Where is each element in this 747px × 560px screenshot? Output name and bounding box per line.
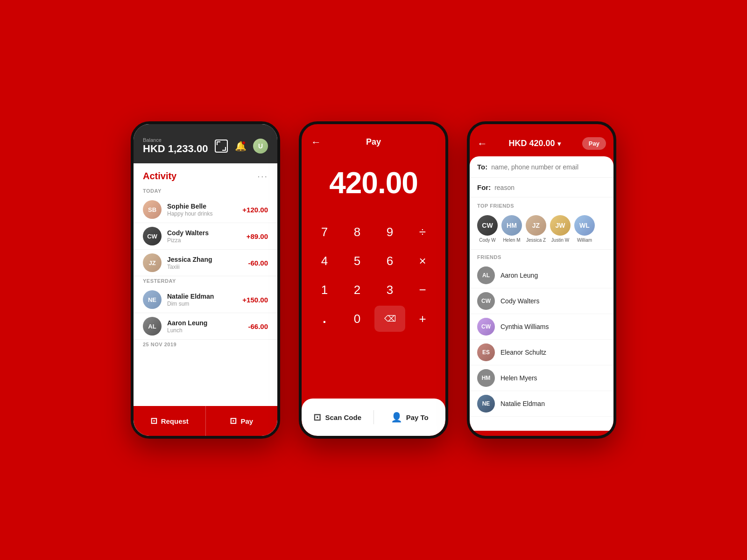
transaction-item-sophie[interactable]: SB Sophie Belle Happy hour drinks +120.0… <box>134 196 277 223</box>
friends-title: FRIENDS <box>470 250 613 263</box>
top-friend-helen-m[interactable]: HM Helen M <box>501 215 522 243</box>
request-icon: ⊡ <box>150 416 157 426</box>
top-friend-william[interactable]: WL William <box>574 215 595 243</box>
name-justin-w: Justin W <box>551 238 569 243</box>
avatar-helen-m: HM <box>501 215 522 236</box>
item-sub-sophie: Happy hour drinks <box>167 210 242 217</box>
pay-button[interactable]: ⊡ Pay <box>206 406 278 436</box>
item-info-aaron: Aaron Leung Lunch <box>167 319 248 334</box>
avatar[interactable]: U <box>253 139 268 154</box>
key-0[interactable]: 0 <box>342 306 373 332</box>
scan-icon[interactable] <box>215 140 228 153</box>
amount-display: HKD 420.00 ▾ <box>508 139 561 148</box>
keypad-row-3: 1 2 3 − <box>309 277 438 303</box>
pay-confirm-button[interactable]: Pay <box>582 137 606 150</box>
key-3[interactable]: 3 <box>374 277 405 303</box>
chevron-down-icon[interactable]: ▾ <box>557 140 561 147</box>
pay-label: Pay <box>240 417 253 425</box>
top-friend-cody-w[interactable]: CW Cody W <box>477 215 498 243</box>
key-5[interactable]: 5 <box>342 248 373 274</box>
balance-amount: HKD 1,233.00 <box>143 143 208 155</box>
name-helen-m: Helen M <box>503 238 520 243</box>
key-minus[interactable]: − <box>407 277 438 303</box>
friend-cody-walters[interactable]: CW Cody Walters <box>470 288 613 314</box>
keypad-row-2: 4 5 6 × <box>309 248 438 274</box>
avatar-aaron-list: AL <box>477 266 495 284</box>
key-plus[interactable]: + <box>407 306 438 332</box>
for-input[interactable] <box>494 184 606 191</box>
transaction-item-jessica[interactable]: JZ Jessica Zhang Taxiii -60.00 <box>134 250 277 276</box>
key-1[interactable]: 1 <box>309 277 340 303</box>
name-cody-walters: Cody Walters <box>500 297 540 305</box>
item-sub-cody: Pizza <box>167 237 247 244</box>
to-input[interactable] <box>491 163 606 171</box>
item-info-sophie: Sophie Belle Happy hour drinks <box>167 203 242 217</box>
friend-helen-myers[interactable]: HM Helen Myers <box>470 365 613 391</box>
back-button[interactable]: ← <box>311 136 321 148</box>
today-section-label: TODAY <box>134 186 277 196</box>
item-amount-aaron: -66.00 <box>248 322 268 330</box>
key-divide[interactable]: ÷ <box>407 219 438 245</box>
key-7[interactable]: 7 <box>309 219 340 245</box>
to-label: To: <box>477 163 487 171</box>
item-name-cody: Cody Walters <box>167 229 247 237</box>
avatar-jessica-z: JZ <box>526 215 546 236</box>
pay-to-icon: 👤 <box>391 412 402 423</box>
item-name-natalie: Natalie Eldman <box>167 293 242 300</box>
activity-title: Activity <box>143 171 176 182</box>
key-dot[interactable]: . <box>309 306 340 332</box>
more-options-button[interactable]: ··· <box>257 171 268 182</box>
keypad-row-4: . 0 ⌫ + <box>309 306 438 332</box>
item-info-jessica: Jessica Zhang Taxiii <box>167 256 248 270</box>
key-6[interactable]: 6 <box>374 248 405 274</box>
avatar-cynthia-list: CW <box>477 318 495 336</box>
avatar-cody-list: CW <box>477 292 495 310</box>
yesterday-section-label: YESTERDAY <box>134 276 277 287</box>
date-section-label: 25 NOV 2019 <box>134 340 277 350</box>
item-sub-jessica: Taxiii <box>167 264 248 270</box>
key-4[interactable]: 4 <box>309 248 340 274</box>
avatar-eleanor-list: ES <box>477 343 495 361</box>
header-icons: 🔔 U <box>215 139 268 154</box>
item-info-natalie: Natalie Eldman Dim sum <box>167 293 242 307</box>
friend-natalie-eldman[interactable]: NE Natalie Eldman <box>470 391 613 417</box>
avatar-natalie: NE <box>143 290 162 309</box>
back-button[interactable]: ← <box>477 138 487 150</box>
to-input-row: To: <box>470 156 613 178</box>
pay-title: Pay <box>366 137 381 147</box>
scan-code-label: Scan Code <box>325 413 361 421</box>
item-sub-aaron: Lunch <box>167 327 248 334</box>
phone-activity: Balance HKD 1,233.00 🔔 U Activity ··· TO… <box>131 121 280 439</box>
name-helen-myers: Helen Myers <box>500 374 537 382</box>
notification-dot <box>242 141 246 145</box>
friend-eleanor-schultz[interactable]: ES Eleanor Schultz <box>470 340 613 365</box>
notification-icon[interactable]: 🔔 <box>233 139 247 153</box>
top-friend-jessica-z[interactable]: JZ Jessica Z <box>526 215 546 243</box>
for-input-row: For: <box>470 178 613 197</box>
phone-pay-to: ← HKD 420.00 ▾ Pay To: For: TOP FRIENDS … <box>467 121 616 439</box>
key-2[interactable]: 2 <box>342 277 373 303</box>
avatar-sophie: SB <box>143 200 162 219</box>
name-jessica-z: Jessica Z <box>526 238 546 243</box>
request-button[interactable]: ⊡ Request <box>134 406 206 436</box>
key-multiply[interactable]: × <box>407 248 438 274</box>
avatar-william: WL <box>574 215 595 236</box>
friend-cynthia-williams[interactable]: CW Cynthia Williams <box>470 314 613 340</box>
pay-to-button[interactable]: 👤 Pay To <box>374 412 446 423</box>
scan-code-button[interactable]: ⊡ Scan Code <box>302 412 374 423</box>
keypad-row-1: 7 8 9 ÷ <box>309 219 438 245</box>
key-8[interactable]: 8 <box>342 219 373 245</box>
transaction-item-aaron[interactable]: AL Aaron Leung Lunch -66.00 <box>134 313 277 340</box>
transaction-item-natalie[interactable]: NE Natalie Eldman Dim sum +150.00 <box>134 287 277 313</box>
keypad: 7 8 9 ÷ 4 5 6 × 1 2 3 − . 0 ⌫ + <box>302 219 445 339</box>
avatar-cody-w: CW <box>477 215 498 236</box>
pay-footer: ⊡ Scan Code 👤 Pay To <box>302 399 445 436</box>
friend-aaron-leung[interactable]: AL Aaron Leung <box>470 263 613 288</box>
transaction-item-cody[interactable]: CW Cody Walters Pizza +89.00 <box>134 223 277 250</box>
name-william: William <box>577 238 592 243</box>
pay-to-header: ← HKD 420.00 ▾ Pay <box>470 124 613 156</box>
activity-title-row: Activity ··· <box>134 163 277 186</box>
top-friend-justin-w[interactable]: JW Justin W <box>550 215 571 243</box>
key-9[interactable]: 9 <box>374 219 405 245</box>
key-backspace[interactable]: ⌫ <box>374 306 405 332</box>
